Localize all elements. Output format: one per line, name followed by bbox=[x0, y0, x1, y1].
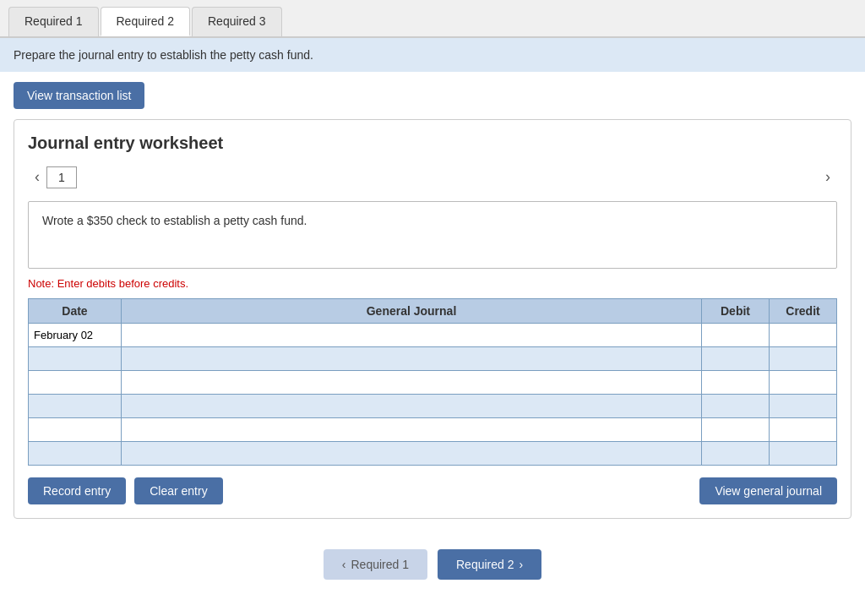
bottom-prev-label: Required 1 bbox=[351, 558, 410, 571]
date-input-3[interactable] bbox=[29, 371, 121, 394]
credit-cell bbox=[770, 418, 837, 442]
chevron-right-icon: › bbox=[825, 168, 830, 185]
view-general-journal-button[interactable]: View general journal bbox=[699, 477, 837, 504]
credit-input-6[interactable] bbox=[770, 442, 836, 465]
debit-input-6[interactable] bbox=[702, 442, 769, 465]
credit-cell bbox=[770, 347, 837, 371]
nav-row: ‹ 1 › bbox=[28, 165, 837, 189]
note-text: Note: Enter debits before credits. bbox=[28, 277, 837, 290]
journal-input-2[interactable] bbox=[122, 347, 701, 370]
col-header-credit: Credit bbox=[770, 299, 837, 324]
date-cell bbox=[29, 371, 122, 395]
journal-input-6[interactable] bbox=[122, 442, 701, 465]
debit-cell bbox=[702, 442, 770, 466]
journal-table: Date General Journal Debit Credit bbox=[28, 298, 837, 466]
tab-required1[interactable]: Required 1 bbox=[8, 7, 99, 36]
col-header-date: Date bbox=[29, 299, 122, 324]
next-page-button[interactable]: › bbox=[819, 165, 837, 189]
journal-input-3[interactable] bbox=[122, 371, 701, 394]
debit-cell bbox=[702, 395, 770, 418]
prev-chevron-icon: ‹ bbox=[342, 558, 346, 571]
date-cell bbox=[29, 324, 122, 347]
date-input-4[interactable] bbox=[29, 395, 121, 417]
view-transaction-button[interactable]: View transaction list bbox=[14, 82, 144, 109]
journal-input-1[interactable] bbox=[122, 324, 701, 346]
col-header-journal: General Journal bbox=[122, 299, 702, 324]
date-input-6[interactable] bbox=[29, 442, 121, 465]
page-number: 1 bbox=[46, 166, 77, 188]
debit-input-3[interactable] bbox=[702, 371, 769, 394]
tabs-container: Required 1 Required 2 Required 3 bbox=[0, 0, 865, 38]
journal-cell bbox=[122, 371, 702, 395]
debit-cell bbox=[702, 371, 770, 395]
description-text: Wrote a $350 check to establish a petty … bbox=[42, 214, 307, 227]
bottom-next-button[interactable]: Required 2 › bbox=[438, 549, 541, 580]
next-chevron-icon: › bbox=[520, 558, 524, 571]
table-row bbox=[29, 442, 837, 466]
table-row bbox=[29, 418, 837, 442]
journal-cell bbox=[122, 324, 702, 347]
credit-input-5[interactable] bbox=[770, 418, 836, 441]
debit-input-2[interactable] bbox=[702, 347, 769, 370]
credit-input-3[interactable] bbox=[770, 371, 836, 394]
instruction-text: Prepare the journal entry to establish t… bbox=[14, 48, 313, 62]
debit-input-5[interactable] bbox=[702, 418, 769, 441]
credit-cell bbox=[770, 442, 837, 466]
instruction-bar: Prepare the journal entry to establish t… bbox=[0, 38, 865, 72]
tab-required3[interactable]: Required 3 bbox=[192, 7, 282, 36]
worksheet-title: Journal entry worksheet bbox=[28, 134, 837, 153]
credit-input-2[interactable] bbox=[770, 347, 836, 370]
journal-input-4[interactable] bbox=[122, 395, 701, 417]
table-row bbox=[29, 347, 837, 371]
bottom-nav: ‹ Required 1 Required 2 › bbox=[0, 532, 865, 593]
debit-input-4[interactable] bbox=[702, 395, 769, 417]
debit-cell bbox=[702, 347, 770, 371]
date-cell bbox=[29, 442, 122, 466]
bottom-next-label: Required 2 bbox=[456, 558, 514, 571]
date-input-5[interactable] bbox=[29, 418, 121, 441]
credit-input-1[interactable] bbox=[770, 324, 836, 346]
journal-cell bbox=[122, 347, 702, 371]
worksheet-card: Journal entry worksheet ‹ 1 › Wrote a $3… bbox=[14, 119, 851, 519]
chevron-left-icon: ‹ bbox=[35, 168, 40, 185]
journal-cell bbox=[122, 442, 702, 466]
tab-required2[interactable]: Required 2 bbox=[101, 7, 191, 36]
table-row bbox=[29, 395, 837, 418]
prev-page-button[interactable]: ‹ bbox=[28, 165, 46, 189]
action-buttons-row: Record entry Clear entry View general jo… bbox=[28, 477, 837, 504]
clear-entry-button[interactable]: Clear entry bbox=[134, 477, 222, 504]
date-cell bbox=[29, 347, 122, 371]
journal-input-5[interactable] bbox=[122, 418, 701, 441]
date-cell bbox=[29, 395, 122, 418]
debit-cell bbox=[702, 418, 770, 442]
table-row bbox=[29, 324, 837, 347]
credit-cell bbox=[770, 324, 837, 347]
col-header-debit: Debit bbox=[702, 299, 770, 324]
table-row bbox=[29, 371, 837, 395]
date-input-1[interactable] bbox=[29, 324, 121, 346]
debit-cell bbox=[702, 324, 770, 347]
journal-cell bbox=[122, 418, 702, 442]
date-cell bbox=[29, 418, 122, 442]
description-box: Wrote a $350 check to establish a petty … bbox=[28, 201, 837, 269]
journal-cell bbox=[122, 395, 702, 418]
credit-cell bbox=[770, 395, 837, 418]
credit-cell bbox=[770, 371, 837, 395]
debit-input-1[interactable] bbox=[702, 324, 769, 346]
bottom-prev-button[interactable]: ‹ Required 1 bbox=[324, 549, 427, 580]
credit-input-4[interactable] bbox=[770, 395, 836, 417]
record-entry-button[interactable]: Record entry bbox=[28, 477, 126, 504]
date-input-2[interactable] bbox=[29, 347, 121, 370]
